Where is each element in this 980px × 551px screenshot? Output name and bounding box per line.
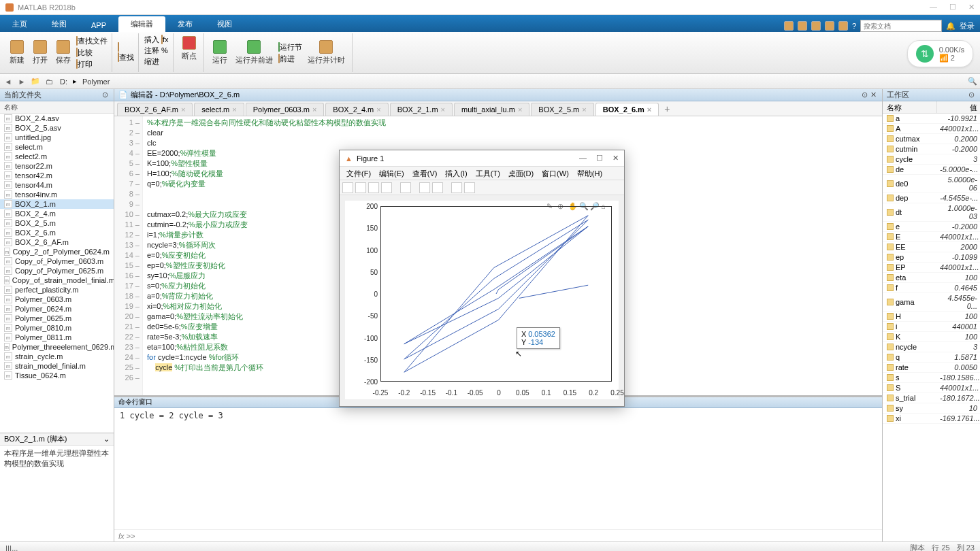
figure-menu-item[interactable]: 窗口(W) (538, 167, 573, 180)
figure-menu-item[interactable]: 工具(T) (472, 167, 504, 180)
goto-button[interactable] (118, 43, 134, 51)
file-item[interactable]: mPolymer_0603.m (0, 295, 114, 304)
editor-tab[interactable]: BOX_2_6.m× (595, 103, 659, 116)
fig-legend-icon[interactable] (464, 182, 475, 193)
file-item[interactable]: mCopy_of_Polymer_0603.m (0, 256, 114, 266)
panel-menu-icon[interactable]: ⊙ (101, 90, 110, 99)
workspace-table[interactable]: a-10.9921A440001x1...cutmax0.2000cutmin-… (883, 114, 980, 541)
file-item[interactable]: mBOX_2_5.asv (0, 123, 114, 133)
tab-editor[interactable]: 编辑器 (118, 16, 165, 32)
insert-button[interactable]: 插入 fx (144, 35, 169, 45)
editor-close-icon[interactable]: ✕ (869, 90, 878, 99)
file-item[interactable]: mCopy_of_strain_model_finial.m (0, 276, 114, 285)
file-item[interactable]: mtensor42.m (0, 171, 114, 180)
workspace-row[interactable]: EE2000 (883, 242, 980, 252)
tab-close-icon[interactable]: × (376, 105, 380, 114)
workspace-row[interactable]: de-5.0000e-... (883, 165, 980, 175)
path-drive[interactable]: D: (57, 78, 70, 86)
tab-close-icon[interactable]: × (232, 105, 236, 114)
editor-tab[interactable]: Polymer_0603.m× (246, 103, 325, 116)
workspace-row[interactable]: f0.4645 (883, 283, 980, 293)
detail-collapse-icon[interactable]: ⌄ (103, 435, 110, 444)
tab-close-icon[interactable]: × (312, 105, 316, 114)
workspace-row[interactable]: S440001x1... (883, 383, 980, 393)
back-icon[interactable]: ◄ (3, 76, 14, 87)
tab-close-icon[interactable]: × (518, 105, 522, 114)
file-item[interactable]: mBOX_2.4.asv (0, 114, 114, 123)
workspace-row[interactable]: s_trial-180.1672... (883, 393, 980, 403)
forward-icon[interactable]: ► (16, 76, 27, 87)
ws-col-name[interactable]: 名称 (883, 101, 937, 113)
workspace-row[interactable]: A440001x1... (883, 124, 980, 134)
file-item[interactable]: mCopy_2_of_Polymer_0624.m (0, 247, 114, 256)
add-tab-button[interactable]: + (660, 102, 674, 116)
editor-tab[interactable]: multi_axial_lu.m× (454, 103, 529, 116)
workspace-row[interactable]: E440001x1... (883, 232, 980, 242)
file-item[interactable]: mBOX_2_1.m (0, 199, 114, 209)
tab-close-icon[interactable]: × (441, 105, 445, 114)
figure-menu-item[interactable]: 桌面(D) (504, 167, 538, 180)
run-button[interactable]: 运行 (210, 39, 230, 67)
file-item[interactable]: mTissue_0624.m (0, 371, 114, 380)
quick-access-icon[interactable] (838, 21, 848, 31)
workspace-row[interactable]: xi-169.1761... (883, 414, 980, 424)
fig-minimize-icon[interactable]: — (579, 154, 587, 163)
file-item[interactable]: muntitled.jpg (0, 133, 114, 142)
editor-tab[interactable]: BOX_2_6_AF.m× (117, 103, 193, 116)
file-item[interactable]: mPolymer_0811.m (0, 333, 114, 342)
file-item[interactable]: mBOX_2_6_AF.m (0, 237, 114, 247)
command-prompt[interactable]: fx >> (118, 532, 135, 540)
fig-open-icon[interactable] (355, 182, 366, 193)
file-item[interactable]: mPolymer_0810.m (0, 323, 114, 333)
file-item[interactable]: mtensor4inv.m (0, 190, 114, 199)
editor-tab[interactable]: select.m× (194, 103, 244, 116)
tab-close-icon[interactable]: × (582, 105, 586, 114)
close-icon[interactable]: ✕ (968, 3, 975, 12)
file-item[interactable]: mselect.m (0, 142, 114, 152)
file-item[interactable]: mselect2.m (0, 152, 114, 161)
figure-axes[interactable]: ✎ ⊕ ✋ 🔍 🔎 ⌂ -200-150-100-50050100150200 … (345, 201, 619, 399)
workspace-row[interactable]: dep-4.5455e-... (883, 193, 980, 203)
file-list[interactable]: mBOX_2.4.asvmBOX_2_5.asvmuntitled.jpgmse… (0, 114, 114, 433)
tab-plots[interactable]: 绘图 (39, 16, 79, 32)
fig-link-icon[interactable] (400, 182, 411, 193)
indent-button[interactable]: 缩进 (144, 56, 159, 67)
run-time-button[interactable]: 运行并计时 (305, 39, 348, 67)
comment-button[interactable]: 注释 % (144, 46, 168, 56)
figure-menu-item[interactable]: 查看(V) (408, 167, 442, 180)
workspace-menu-icon[interactable]: ⊙ (967, 90, 976, 99)
up-icon[interactable]: 🗀 (44, 76, 54, 87)
file-item[interactable]: mperfect_plasticity.m (0, 285, 114, 295)
workspace-row[interactable]: q1.5871 (883, 352, 980, 363)
print-button[interactable]: 打印 (76, 59, 108, 69)
run-advance-button[interactable]: 运行并前进 (233, 39, 276, 67)
wifi-widget[interactable]: ⇅ 0.00K/s 📶 2 (907, 40, 973, 67)
bell-icon[interactable]: 🔔 (946, 22, 956, 31)
compare-button[interactable]: 比较 (76, 48, 108, 58)
file-item[interactable]: mCopy_of_Polymer_0625.m (0, 266, 114, 276)
fig-arrow-icon[interactable] (451, 182, 462, 193)
figure-menu-item[interactable]: 帮助(H) (573, 167, 606, 180)
workspace-row[interactable]: e-0.2000 (883, 222, 980, 232)
workspace-row[interactable]: cutmin-0.2000 (883, 144, 980, 154)
file-item[interactable]: mPolymer_0625.m (0, 314, 114, 323)
up-folder-icon[interactable]: 📁 (30, 76, 41, 87)
file-item[interactable]: mBOX_2_6.m (0, 228, 114, 237)
file-item[interactable]: mBOX_2_4.m (0, 209, 114, 218)
figure-window[interactable]: ▲ Figure 1 — ☐ ✕ 文件(F)编辑(E)查看(V)插入(I)工具(… (339, 150, 625, 407)
doc-search-input[interactable] (860, 20, 942, 32)
editor-tab[interactable]: BOX_2_5.m× (531, 103, 593, 116)
tab-apps[interactable]: APP (79, 18, 118, 32)
maximize-icon[interactable]: ☐ (949, 3, 956, 12)
file-item[interactable]: mPolymer_threeelement_0629.m (0, 342, 114, 352)
minimize-icon[interactable]: — (930, 3, 937, 12)
workspace-row[interactable]: s-180.1586... (883, 373, 980, 383)
figure-menu-item[interactable]: 插入(I) (441, 167, 471, 180)
figure-menu-item[interactable]: 文件(F) (342, 167, 375, 180)
fig-new-icon[interactable] (342, 182, 353, 193)
fig-save-icon[interactable] (368, 182, 379, 193)
file-item[interactable]: mtensor22.m (0, 161, 114, 171)
file-item[interactable]: mtensor44.m (0, 180, 114, 190)
workspace-row[interactable]: i440001 (883, 322, 980, 332)
fig-maximize-icon[interactable]: ☐ (596, 154, 603, 163)
